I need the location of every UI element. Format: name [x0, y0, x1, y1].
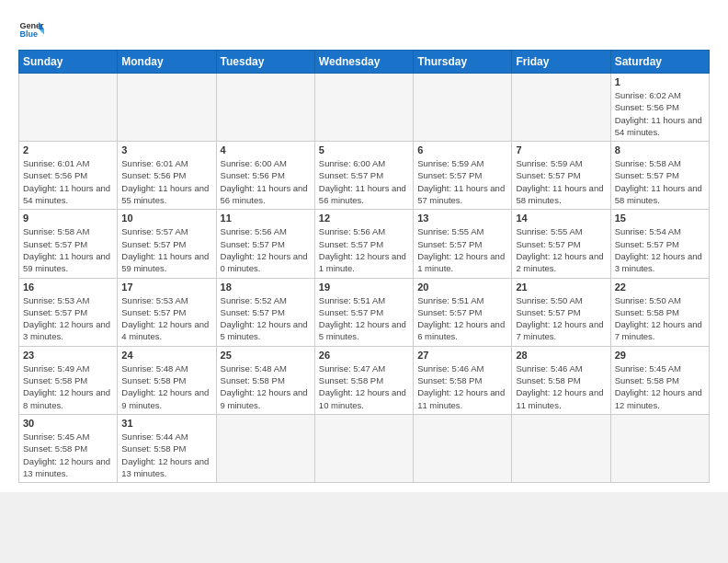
day-cell: 20Sunrise: 5:51 AM Sunset: 5:57 PM Dayli…: [414, 278, 512, 346]
day-number: 30: [23, 418, 113, 429]
day-cell: 29Sunrise: 5:45 AM Sunset: 5:58 PM Dayli…: [610, 346, 709, 414]
day-cell: [216, 414, 314, 482]
day-cell: 10Sunrise: 5:57 AM Sunset: 5:57 PM Dayli…: [118, 210, 216, 278]
day-cell: 19Sunrise: 5:51 AM Sunset: 5:57 PM Dayli…: [314, 278, 413, 346]
day-info: Sunrise: 5:58 AM Sunset: 5:57 PM Dayligh…: [615, 157, 705, 206]
day-info: Sunrise: 6:01 AM Sunset: 5:56 PM Dayligh…: [121, 157, 211, 206]
day-number: 26: [319, 350, 409, 361]
day-info: Sunrise: 5:53 AM Sunset: 5:57 PM Dayligh…: [121, 294, 211, 343]
day-info: Sunrise: 6:00 AM Sunset: 5:57 PM Dayligh…: [319, 157, 409, 206]
weekday-tuesday: Tuesday: [216, 51, 314, 74]
day-cell: 11Sunrise: 5:56 AM Sunset: 5:57 PM Dayli…: [216, 210, 314, 278]
day-number: 21: [516, 282, 606, 293]
day-info: Sunrise: 5:47 AM Sunset: 5:58 PM Dayligh…: [319, 362, 409, 411]
day-number: 28: [516, 350, 606, 361]
day-number: 8: [615, 144, 705, 155]
day-number: 19: [319, 282, 409, 293]
day-info: Sunrise: 5:56 AM Sunset: 5:57 PM Dayligh…: [319, 225, 409, 274]
day-info: Sunrise: 5:52 AM Sunset: 5:57 PM Dayligh…: [221, 294, 311, 343]
day-cell: 30Sunrise: 5:45 AM Sunset: 5:58 PM Dayli…: [19, 414, 118, 482]
day-number: 25: [221, 350, 311, 361]
day-info: Sunrise: 6:01 AM Sunset: 5:56 PM Dayligh…: [23, 157, 113, 206]
day-info: Sunrise: 5:57 AM Sunset: 5:57 PM Dayligh…: [121, 225, 211, 274]
day-info: Sunrise: 5:45 AM Sunset: 5:58 PM Dayligh…: [615, 362, 705, 411]
day-number: 22: [615, 282, 705, 293]
day-cell: 5Sunrise: 6:00 AM Sunset: 5:57 PM Daylig…: [314, 142, 413, 210]
day-number: 9: [23, 213, 113, 224]
day-number: 3: [121, 144, 211, 155]
day-info: Sunrise: 5:55 AM Sunset: 5:57 PM Dayligh…: [417, 225, 507, 274]
day-cell: 2Sunrise: 6:01 AM Sunset: 5:56 PM Daylig…: [19, 142, 118, 210]
page: General Blue SundayMondayTuesdayWednesda…: [0, 0, 728, 492]
day-cell: 13Sunrise: 5:55 AM Sunset: 5:57 PM Dayli…: [414, 210, 512, 278]
weekday-monday: Monday: [118, 51, 216, 74]
day-info: Sunrise: 5:51 AM Sunset: 5:57 PM Dayligh…: [319, 294, 409, 343]
day-cell: 9Sunrise: 5:58 AM Sunset: 5:57 PM Daylig…: [19, 210, 118, 278]
weekday-saturday: Saturday: [610, 51, 709, 74]
week-row-6: 30Sunrise: 5:45 AM Sunset: 5:58 PM Dayli…: [19, 414, 710, 482]
day-cell: [610, 414, 709, 482]
day-number: 1: [615, 76, 705, 87]
day-info: Sunrise: 6:02 AM Sunset: 5:56 PM Dayligh…: [615, 89, 705, 138]
day-cell: [19, 74, 118, 142]
calendar: SundayMondayTuesdayWednesdayThursdayFrid…: [18, 50, 710, 483]
day-number: 13: [417, 213, 507, 224]
day-number: 23: [23, 350, 113, 361]
day-info: Sunrise: 5:50 AM Sunset: 5:57 PM Dayligh…: [516, 294, 606, 343]
day-info: Sunrise: 5:55 AM Sunset: 5:57 PM Dayligh…: [516, 225, 606, 274]
day-cell: [314, 74, 413, 142]
day-info: Sunrise: 6:00 AM Sunset: 5:56 PM Dayligh…: [221, 157, 311, 206]
day-cell: 28Sunrise: 5:46 AM Sunset: 5:58 PM Dayli…: [512, 346, 610, 414]
day-cell: 14Sunrise: 5:55 AM Sunset: 5:57 PM Dayli…: [512, 210, 610, 278]
day-info: Sunrise: 5:48 AM Sunset: 5:58 PM Dayligh…: [221, 362, 311, 411]
day-number: 4: [221, 144, 311, 155]
day-number: 20: [417, 282, 507, 293]
day-info: Sunrise: 5:46 AM Sunset: 5:58 PM Dayligh…: [417, 362, 507, 411]
day-cell: [216, 74, 314, 142]
day-info: Sunrise: 5:48 AM Sunset: 5:58 PM Dayligh…: [121, 362, 211, 411]
weekday-wednesday: Wednesday: [314, 51, 413, 74]
day-info: Sunrise: 5:44 AM Sunset: 5:58 PM Dayligh…: [121, 431, 211, 479]
logo: General Blue: [18, 17, 44, 42]
day-cell: 23Sunrise: 5:49 AM Sunset: 5:58 PM Dayli…: [19, 346, 118, 414]
week-row-5: 23Sunrise: 5:49 AM Sunset: 5:58 PM Dayli…: [19, 346, 710, 414]
day-number: 12: [319, 213, 409, 224]
week-row-1: 1Sunrise: 6:02 AM Sunset: 5:56 PM Daylig…: [19, 74, 710, 142]
day-number: 16: [23, 282, 113, 293]
day-number: 18: [221, 282, 311, 293]
week-row-3: 9Sunrise: 5:58 AM Sunset: 5:57 PM Daylig…: [19, 210, 710, 278]
week-row-4: 16Sunrise: 5:53 AM Sunset: 5:57 PM Dayli…: [19, 278, 710, 346]
day-info: Sunrise: 5:50 AM Sunset: 5:58 PM Dayligh…: [615, 294, 705, 343]
day-number: 6: [417, 144, 507, 155]
weekday-sunday: Sunday: [19, 51, 118, 74]
day-cell: [414, 414, 512, 482]
day-cell: [414, 74, 512, 142]
day-number: 24: [121, 350, 211, 361]
weekday-friday: Friday: [512, 51, 610, 74]
day-cell: 18Sunrise: 5:52 AM Sunset: 5:57 PM Dayli…: [216, 278, 314, 346]
day-cell: 16Sunrise: 5:53 AM Sunset: 5:57 PM Dayli…: [19, 278, 118, 346]
day-number: 10: [121, 213, 211, 224]
day-cell: 24Sunrise: 5:48 AM Sunset: 5:58 PM Dayli…: [118, 346, 216, 414]
day-number: 15: [615, 213, 705, 224]
day-cell: 17Sunrise: 5:53 AM Sunset: 5:57 PM Dayli…: [118, 278, 216, 346]
day-cell: 8Sunrise: 5:58 AM Sunset: 5:57 PM Daylig…: [610, 142, 709, 210]
svg-text:Blue: Blue: [19, 29, 38, 39]
day-cell: [512, 414, 610, 482]
day-cell: 7Sunrise: 5:59 AM Sunset: 5:57 PM Daylig…: [512, 142, 610, 210]
day-number: 17: [121, 282, 211, 293]
day-cell: 1Sunrise: 6:02 AM Sunset: 5:56 PM Daylig…: [610, 74, 709, 142]
day-number: 2: [23, 144, 113, 155]
svg-marker-3: [39, 29, 44, 35]
week-row-2: 2Sunrise: 6:01 AM Sunset: 5:56 PM Daylig…: [19, 142, 710, 210]
day-cell: 25Sunrise: 5:48 AM Sunset: 5:58 PM Dayli…: [216, 346, 314, 414]
day-cell: 31Sunrise: 5:44 AM Sunset: 5:58 PM Dayli…: [118, 414, 216, 482]
day-cell: 4Sunrise: 6:00 AM Sunset: 5:56 PM Daylig…: [216, 142, 314, 210]
day-info: Sunrise: 5:59 AM Sunset: 5:57 PM Dayligh…: [417, 157, 507, 206]
day-number: 7: [516, 144, 606, 155]
day-number: 11: [221, 213, 311, 224]
day-info: Sunrise: 5:49 AM Sunset: 5:58 PM Dayligh…: [23, 362, 113, 411]
day-number: 5: [319, 144, 409, 155]
logo-icon: General Blue: [18, 17, 44, 42]
day-cell: [314, 414, 413, 482]
